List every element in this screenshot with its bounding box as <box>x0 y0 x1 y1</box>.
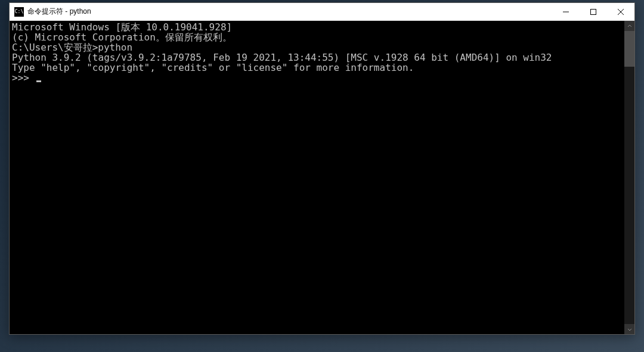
scroll-thumb[interactable] <box>624 31 634 67</box>
scroll-down-button[interactable] <box>624 324 634 334</box>
terminal-line: C:\Users\安哥拉>python <box>12 42 622 52</box>
python-prompt: >>> <box>12 72 35 83</box>
svg-rect-1 <box>591 9 596 14</box>
titlebar[interactable]: C:\ 命令提示符 - python <box>10 3 634 21</box>
close-button[interactable] <box>607 3 634 20</box>
scroll-up-button[interactable] <box>624 21 634 31</box>
maximize-icon <box>590 9 596 15</box>
minimize-icon <box>563 9 569 15</box>
terminal-line: Type "help", "copyright", "credits" or "… <box>12 63 622 73</box>
close-icon <box>618 9 624 15</box>
minimize-button[interactable] <box>552 3 580 20</box>
cmd-icon: C:\ <box>14 7 24 17</box>
chevron-up-icon <box>627 24 632 29</box>
maximize-button[interactable] <box>580 3 607 20</box>
terminal-line: Microsoft Windows [版本 10.0.19041.928] <box>12 22 622 32</box>
terminal-area[interactable]: Microsoft Windows [版本 10.0.19041.928](c)… <box>10 21 634 334</box>
terminal-line: Python 3.9.2 (tags/v3.9.2:1a79785, Feb 1… <box>12 52 622 63</box>
window-controls <box>552 3 634 20</box>
terminal-prompt-line: >>> <box>12 73 622 83</box>
command-prompt-window: C:\ 命令提示符 - python Microsoft Windows [版本… <box>9 2 635 335</box>
chevron-down-icon <box>627 327 632 332</box>
terminal-line: (c) Microsoft Corporation。保留所有权利。 <box>12 32 622 42</box>
window-title: 命令提示符 - python <box>27 7 552 17</box>
terminal-content[interactable]: Microsoft Windows [版本 10.0.19041.928](c)… <box>10 21 624 334</box>
cursor <box>36 80 41 82</box>
vertical-scrollbar[interactable] <box>624 21 634 334</box>
